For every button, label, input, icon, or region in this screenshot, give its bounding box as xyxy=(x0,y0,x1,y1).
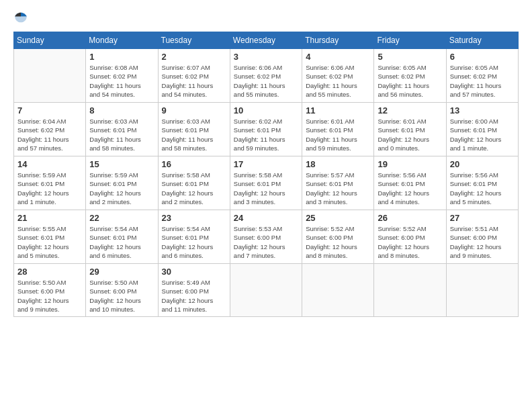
day-header-saturday: Saturday xyxy=(446,32,518,49)
day-info: Sunrise: 6:06 AMSunset: 6:02 PMDaylight:… xyxy=(234,63,298,99)
day-number: 14 xyxy=(17,159,82,169)
day-number: 21 xyxy=(17,213,82,223)
calendar-cell xyxy=(446,264,518,317)
calendar-header-row: SundayMondayTuesdayWednesdayThursdayFrid… xyxy=(14,32,519,49)
calendar-cell: 7Sunrise: 6:04 AMSunset: 6:02 PMDaylight… xyxy=(14,103,86,156)
day-number: 11 xyxy=(306,105,370,116)
day-header-friday: Friday xyxy=(374,32,446,49)
day-info: Sunrise: 5:49 AMSunset: 6:00 PMDaylight:… xyxy=(162,278,226,314)
day-info: Sunrise: 6:05 AMSunset: 6:02 PMDaylight:… xyxy=(450,63,515,99)
calendar-cell: 28Sunrise: 5:50 AMSunset: 6:00 PMDayligh… xyxy=(14,264,86,317)
calendar-cell: 19Sunrise: 5:56 AMSunset: 6:01 PMDayligh… xyxy=(374,156,446,210)
calendar-cell: 21Sunrise: 5:55 AMSunset: 6:01 PMDayligh… xyxy=(14,210,86,264)
calendar-cell: 17Sunrise: 5:58 AMSunset: 6:01 PMDayligh… xyxy=(230,156,302,210)
calendar-cell xyxy=(14,49,86,103)
day-number: 17 xyxy=(234,159,298,169)
day-number: 10 xyxy=(234,105,298,116)
calendar-cell: 14Sunrise: 5:59 AMSunset: 6:01 PMDayligh… xyxy=(14,156,86,210)
day-number: 28 xyxy=(17,267,82,277)
day-header-monday: Monday xyxy=(86,32,158,49)
calendar-cell: 11Sunrise: 6:01 AMSunset: 6:01 PMDayligh… xyxy=(302,103,374,156)
calendar-cell: 29Sunrise: 5:50 AMSunset: 6:00 PMDayligh… xyxy=(86,264,158,317)
day-info: Sunrise: 6:06 AMSunset: 6:02 PMDaylight:… xyxy=(306,63,370,99)
day-info: Sunrise: 5:53 AMSunset: 6:00 PMDaylight:… xyxy=(234,224,298,260)
day-info: Sunrise: 5:59 AMSunset: 6:01 PMDaylight:… xyxy=(89,171,154,206)
day-number: 24 xyxy=(234,213,298,223)
calendar-table: SundayMondayTuesdayWednesdayThursdayFrid… xyxy=(13,32,519,317)
calendar-cell: 4Sunrise: 6:06 AMSunset: 6:02 PMDaylight… xyxy=(302,49,374,103)
day-number: 2 xyxy=(162,52,226,62)
day-info: Sunrise: 5:52 AMSunset: 6:00 PMDaylight:… xyxy=(306,224,370,260)
day-info: Sunrise: 5:52 AMSunset: 6:00 PMDaylight:… xyxy=(378,224,442,260)
logo xyxy=(13,10,31,25)
day-number: 22 xyxy=(89,213,154,223)
day-number: 15 xyxy=(89,159,154,169)
day-number: 13 xyxy=(450,105,515,116)
day-info: Sunrise: 5:58 AMSunset: 6:01 PMDaylight:… xyxy=(234,171,298,206)
day-info: Sunrise: 6:03 AMSunset: 6:01 PMDaylight:… xyxy=(162,117,226,152)
calendar-cell: 27Sunrise: 5:51 AMSunset: 6:00 PMDayligh… xyxy=(446,210,518,264)
calendar-cell: 1Sunrise: 6:08 AMSunset: 6:02 PMDaylight… xyxy=(86,49,158,103)
calendar-cell: 10Sunrise: 6:02 AMSunset: 6:01 PMDayligh… xyxy=(230,103,302,156)
calendar-cell: 15Sunrise: 5:59 AMSunset: 6:01 PMDayligh… xyxy=(86,156,158,210)
calendar-week-row: 7Sunrise: 6:04 AMSunset: 6:02 PMDaylight… xyxy=(14,103,519,156)
day-info: Sunrise: 6:03 AMSunset: 6:01 PMDaylight:… xyxy=(89,117,154,152)
calendar-cell: 16Sunrise: 5:58 AMSunset: 6:01 PMDayligh… xyxy=(158,156,230,210)
day-info: Sunrise: 5:54 AMSunset: 6:01 PMDaylight:… xyxy=(162,224,226,260)
day-header-wednesday: Wednesday xyxy=(230,32,302,49)
day-header-tuesday: Tuesday xyxy=(158,32,230,49)
day-number: 4 xyxy=(306,52,370,62)
day-number: 1 xyxy=(89,52,154,62)
day-info: Sunrise: 5:50 AMSunset: 6:00 PMDaylight:… xyxy=(17,278,82,314)
day-info: Sunrise: 6:00 AMSunset: 6:01 PMDaylight:… xyxy=(450,117,515,152)
calendar-cell: 6Sunrise: 6:05 AMSunset: 6:02 PMDaylight… xyxy=(446,49,518,103)
day-number: 5 xyxy=(378,52,442,62)
day-info: Sunrise: 5:50 AMSunset: 6:00 PMDaylight:… xyxy=(89,278,154,314)
day-info: Sunrise: 6:05 AMSunset: 6:02 PMDaylight:… xyxy=(378,63,442,99)
calendar-cell: 3Sunrise: 6:06 AMSunset: 6:02 PMDaylight… xyxy=(230,49,302,103)
calendar-cell: 20Sunrise: 5:56 AMSunset: 6:01 PMDayligh… xyxy=(446,156,518,210)
day-number: 6 xyxy=(450,52,515,62)
day-info: Sunrise: 5:56 AMSunset: 6:01 PMDaylight:… xyxy=(450,171,515,206)
day-number: 27 xyxy=(450,213,515,223)
day-info: Sunrise: 6:08 AMSunset: 6:02 PMDaylight:… xyxy=(89,63,154,99)
calendar-cell: 9Sunrise: 6:03 AMSunset: 6:01 PMDaylight… xyxy=(158,103,230,156)
calendar-cell: 23Sunrise: 5:54 AMSunset: 6:01 PMDayligh… xyxy=(158,210,230,264)
day-info: Sunrise: 6:01 AMSunset: 6:01 PMDaylight:… xyxy=(378,117,442,152)
day-number: 12 xyxy=(378,105,442,116)
day-header-sunday: Sunday xyxy=(14,32,86,49)
day-number: 25 xyxy=(306,213,370,223)
day-info: Sunrise: 5:54 AMSunset: 6:01 PMDaylight:… xyxy=(89,224,154,260)
calendar-week-row: 28Sunrise: 5:50 AMSunset: 6:00 PMDayligh… xyxy=(14,264,519,317)
calendar-cell: 26Sunrise: 5:52 AMSunset: 6:00 PMDayligh… xyxy=(374,210,446,264)
calendar-cell: 5Sunrise: 6:05 AMSunset: 6:02 PMDaylight… xyxy=(374,49,446,103)
day-number: 26 xyxy=(378,213,442,223)
day-header-thursday: Thursday xyxy=(302,32,374,49)
day-info: Sunrise: 6:02 AMSunset: 6:01 PMDaylight:… xyxy=(234,117,298,152)
header xyxy=(13,10,519,25)
calendar-cell: 13Sunrise: 6:00 AMSunset: 6:01 PMDayligh… xyxy=(446,103,518,156)
day-number: 30 xyxy=(162,267,226,277)
day-info: Sunrise: 6:04 AMSunset: 6:02 PMDaylight:… xyxy=(17,117,82,152)
day-info: Sunrise: 5:58 AMSunset: 6:01 PMDaylight:… xyxy=(162,171,226,206)
day-number: 16 xyxy=(162,159,226,169)
day-number: 7 xyxy=(17,105,82,116)
day-number: 18 xyxy=(306,159,370,169)
day-number: 19 xyxy=(378,159,442,169)
calendar-week-row: 14Sunrise: 5:59 AMSunset: 6:01 PMDayligh… xyxy=(14,156,519,210)
calendar-cell xyxy=(374,264,446,317)
day-number: 9 xyxy=(162,105,226,116)
calendar-cell: 2Sunrise: 6:07 AMSunset: 6:02 PMDaylight… xyxy=(158,49,230,103)
day-info: Sunrise: 5:59 AMSunset: 6:01 PMDaylight:… xyxy=(17,171,82,206)
calendar-cell: 12Sunrise: 6:01 AMSunset: 6:01 PMDayligh… xyxy=(374,103,446,156)
calendar-cell: 30Sunrise: 5:49 AMSunset: 6:00 PMDayligh… xyxy=(158,264,230,317)
logo-icon xyxy=(13,10,28,25)
day-info: Sunrise: 5:57 AMSunset: 6:01 PMDaylight:… xyxy=(306,171,370,206)
calendar-cell: 18Sunrise: 5:57 AMSunset: 6:01 PMDayligh… xyxy=(302,156,374,210)
calendar-cell: 22Sunrise: 5:54 AMSunset: 6:01 PMDayligh… xyxy=(86,210,158,264)
calendar-cell: 24Sunrise: 5:53 AMSunset: 6:00 PMDayligh… xyxy=(230,210,302,264)
day-info: Sunrise: 6:07 AMSunset: 6:02 PMDaylight:… xyxy=(162,63,226,99)
day-number: 23 xyxy=(162,213,226,223)
calendar-week-row: 21Sunrise: 5:55 AMSunset: 6:01 PMDayligh… xyxy=(14,210,519,264)
calendar-cell: 25Sunrise: 5:52 AMSunset: 6:00 PMDayligh… xyxy=(302,210,374,264)
